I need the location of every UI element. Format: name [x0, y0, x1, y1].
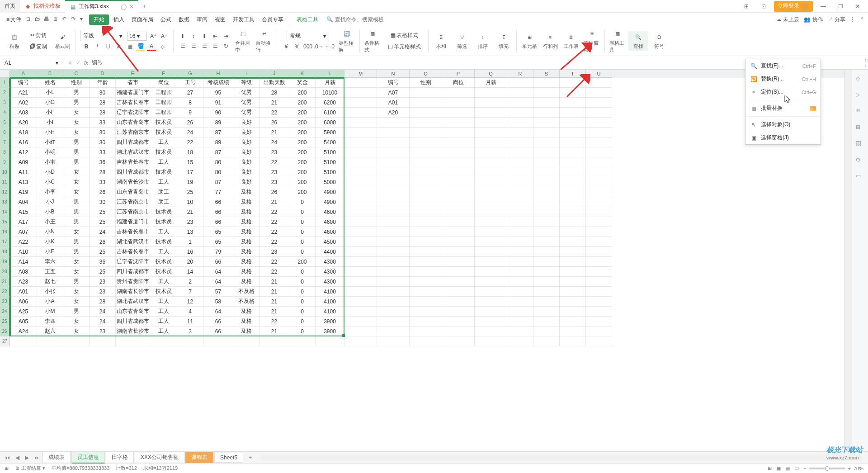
dd-select-pane[interactable]: ▣ 选择窗格(J)	[745, 131, 821, 144]
cell[interactable]	[377, 207, 410, 217]
cell[interactable]: 女	[63, 317, 90, 326]
col-header-C[interactable]: C	[63, 70, 90, 78]
cell[interactable]	[344, 108, 377, 118]
cell[interactable]	[442, 297, 475, 307]
menu-review[interactable]: 审阅	[194, 14, 210, 25]
cell[interactable]: 工人	[150, 247, 177, 257]
menu-file[interactable]: ≡ 文件	[4, 14, 24, 25]
cell[interactable]	[533, 137, 560, 147]
cell[interactable]: 200	[289, 187, 316, 197]
cell[interactable]	[533, 326, 560, 336]
cell[interactable]: 25	[90, 217, 116, 227]
cell[interactable]: 15	[177, 157, 203, 167]
cell[interactable]: 4600	[316, 227, 344, 237]
cell[interactable]: 87	[203, 128, 233, 137]
cell[interactable]: 200	[289, 118, 316, 128]
login-button[interactable]: 立即登录	[774, 1, 813, 12]
cell[interactable]	[586, 277, 612, 287]
cell[interactable]	[586, 177, 612, 187]
cell[interactable]: 28	[259, 88, 289, 98]
cell[interactable]	[377, 227, 410, 237]
cell[interactable]: 小C	[37, 177, 63, 187]
cell[interactable]: 25	[90, 267, 116, 277]
menu-member[interactable]: 会员专享	[259, 14, 286, 25]
cell[interactable]	[475, 88, 507, 98]
cell[interactable]	[586, 336, 612, 346]
cell[interactable]: 30	[90, 197, 116, 207]
cell[interactable]	[533, 88, 560, 98]
col-header-G[interactable]: G	[177, 70, 203, 78]
row-header-21[interactable]: 21	[0, 277, 10, 287]
cell[interactable]	[410, 297, 442, 307]
cell[interactable]: 22	[259, 237, 289, 247]
cell[interactable]: 湖北省武汉市	[116, 297, 150, 307]
cell[interactable]: 5900	[316, 128, 344, 137]
cell[interactable]: 4900	[316, 197, 344, 207]
cell[interactable]	[475, 326, 507, 336]
cell[interactable]	[475, 98, 507, 108]
cell[interactable]: 小J	[37, 197, 63, 207]
cell[interactable]	[344, 257, 377, 267]
cell[interactable]: 编号	[10, 78, 37, 88]
cell[interactable]: A21	[10, 88, 37, 98]
cell[interactable]: 21	[259, 277, 289, 287]
cell[interactable]	[410, 217, 442, 227]
cell[interactable]: 22	[259, 157, 289, 167]
cell[interactable]	[475, 227, 507, 237]
cell[interactable]	[475, 118, 507, 128]
cell[interactable]: 及格	[233, 277, 259, 287]
cell[interactable]: 及格	[233, 257, 259, 267]
cell[interactable]	[344, 167, 377, 177]
name-box[interactable]: A1▾	[0, 60, 63, 66]
cell[interactable]	[507, 227, 533, 237]
cell[interactable]: A09	[10, 157, 37, 167]
cell[interactable]	[507, 177, 533, 187]
cell[interactable]	[507, 317, 533, 326]
cell[interactable]	[442, 157, 475, 167]
cell[interactable]	[507, 147, 533, 157]
cell[interactable]: 0	[289, 247, 316, 257]
cell[interactable]: 0	[289, 326, 316, 336]
cell[interactable]: 66	[203, 257, 233, 267]
cell[interactable]: 女	[63, 287, 90, 297]
cell[interactable]: A22	[10, 237, 37, 247]
cell[interactable]: 30	[90, 137, 116, 147]
cell[interactable]	[475, 297, 507, 307]
cell[interactable]	[410, 108, 442, 118]
cell[interactable]: 不及格	[233, 297, 259, 307]
cell[interactable]: 0	[289, 297, 316, 307]
cell[interactable]	[533, 277, 560, 287]
sheet-last-icon[interactable]: ⏭	[33, 454, 42, 461]
icon-preview[interactable]: 🗎	[53, 16, 60, 23]
cell[interactable]: 技术员	[150, 237, 177, 247]
cell[interactable]: 200	[289, 108, 316, 118]
cell[interactable]	[560, 98, 586, 108]
cell[interactable]	[289, 336, 316, 346]
cell[interactable]: 23	[90, 326, 116, 336]
cell[interactable]: 助工	[150, 187, 177, 197]
cell[interactable]	[377, 118, 410, 128]
cell[interactable]	[442, 317, 475, 326]
cancel-formula-icon[interactable]: ✕	[68, 60, 72, 66]
wrap-button[interactable]: ↩自动换行	[254, 28, 274, 54]
accept-formula-icon[interactable]: ✓	[76, 60, 80, 66]
cell[interactable]: A12	[10, 147, 37, 157]
layout-icon-1[interactable]: ⊞	[740, 0, 753, 12]
cell[interactable]	[533, 98, 560, 108]
view-normal-icon[interactable]: ⊞	[768, 465, 772, 471]
bold-button[interactable]: B	[82, 42, 91, 51]
rowcol-button[interactable]: ≡行和列	[540, 31, 560, 51]
cell[interactable]	[377, 326, 410, 336]
window-minimize[interactable]: —	[816, 0, 830, 12]
find-button[interactable]: 🔍查找	[628, 31, 648, 51]
cell[interactable]	[442, 237, 475, 247]
cell[interactable]	[586, 98, 612, 108]
row-header-20[interactable]: 20	[0, 267, 10, 277]
cell[interactable]	[507, 118, 533, 128]
cell[interactable]	[410, 137, 442, 147]
cell[interactable]: 66	[203, 317, 233, 326]
cell[interactable]	[442, 118, 475, 128]
cell[interactable]	[475, 217, 507, 227]
cell[interactable]: 性别	[410, 78, 442, 88]
cell[interactable]: 女	[63, 108, 90, 118]
